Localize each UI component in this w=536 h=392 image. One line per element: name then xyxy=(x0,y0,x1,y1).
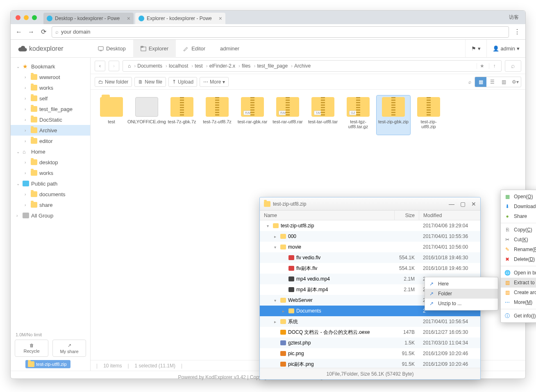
view-grid-button[interactable]: ▦ xyxy=(475,77,486,87)
sidebar-item-test_file_page[interactable]: ›test_file_page xyxy=(11,104,90,114)
browser-tab-1[interactable]: Explorer - kodexplorer - Powe× xyxy=(135,13,225,24)
preview-footer: 10File,7Folder, Size 56.1K (57492 Byte) xyxy=(260,368,480,379)
more-button[interactable]: ⋯More ▾ xyxy=(200,77,229,87)
crumb-Documents[interactable]: Documents xyxy=(134,63,166,69)
preview-row[interactable]: pic副本.png91.5K2016/12/09 10:20:46 xyxy=(260,359,480,368)
ctx-create-archive[interactable]: ▥Create archive ...(Z)▶ xyxy=(501,288,536,297)
sidebar-item-DocStatic[interactable]: ›DocStatic xyxy=(11,114,90,125)
flag-menu[interactable]: ⚑ ▾ xyxy=(465,40,486,58)
sidebar-item-editor[interactable]: ›editor xyxy=(11,136,90,146)
taskbar-item[interactable]: test-zip-utf8.zip xyxy=(25,360,70,368)
crumb-test_file_page[interactable]: test_file_page xyxy=(254,63,291,69)
ctx-more[interactable]: ⋯More(M)▶ xyxy=(501,297,536,307)
view-settings-button[interactable]: ⚙▾ xyxy=(509,77,521,87)
newfolder-button[interactable]: 🗀New folder xyxy=(95,77,132,87)
ctx-rename[interactable]: ✎Rename(R)F2 xyxy=(501,245,536,254)
forward-button[interactable]: → xyxy=(27,28,35,36)
crumb-localhost[interactable]: localhost xyxy=(166,63,191,69)
nav-back-button[interactable]: ‹ xyxy=(95,61,105,71)
sidebar-item-share[interactable]: ›share xyxy=(11,199,90,210)
crumb-elFinder-2.x[interactable]: elFinder-2.x xyxy=(206,63,238,69)
window-traffic-lights[interactable] xyxy=(16,15,37,20)
address-bar[interactable]: ⌕your domain xyxy=(52,26,509,38)
crumb-Archive[interactable]: Archive xyxy=(291,63,314,69)
sidebar-section-public[interactable]: ⌄Public path xyxy=(11,178,90,189)
file-item[interactable]: test-zip-utf8.zip xyxy=(412,95,445,135)
sidebar-item-documents[interactable]: ›documents xyxy=(11,189,90,199)
tab-adminer[interactable]: adminer xyxy=(213,40,247,58)
view-list-button[interactable]: ☰ xyxy=(486,77,498,87)
preview-columns[interactable]: Name Size Modified xyxy=(260,211,480,220)
file-item[interactable]: TARtest-tar-utf8.tar xyxy=(306,95,340,135)
view-columns-button[interactable]: ▥ xyxy=(498,77,509,87)
preview-row[interactable]: ▾movie2017/04/01 10:56:00 xyxy=(260,242,480,252)
maximize-button[interactable]: ▢ xyxy=(460,201,466,207)
ctx-extract-here[interactable]: ↗Here xyxy=(425,279,498,289)
ctx-cut[interactable]: ✂Cut(K)Ctrl+X xyxy=(501,235,536,245)
file-item[interactable]: test xyxy=(95,95,128,135)
minimize-button[interactable]: — xyxy=(449,201,454,207)
preview-row[interactable]: pic.png91.5K2016/12/09 10:20:46 xyxy=(260,348,480,359)
close-icon[interactable]: × xyxy=(219,15,222,22)
nav-forward-button[interactable]: › xyxy=(109,61,119,71)
preview-row[interactable]: ▾test-zip-utf8.zip2017/04/06 19:29:04 xyxy=(260,220,480,231)
ctx-extract-folder[interactable]: ↗Folder xyxy=(425,289,498,299)
ctx-open-browser[interactable]: 🌐Open in browser xyxy=(501,268,536,278)
preview-row[interactable]: flv副本.flv554.1K2016/10/18 19:46:30 xyxy=(260,263,480,274)
sidebar-item-desktop[interactable]: ›desktop xyxy=(11,157,90,168)
tab-desktop[interactable]: Desktop xyxy=(91,40,133,58)
ctx-download[interactable]: ⬇Download(X) xyxy=(501,202,536,211)
tab-editor[interactable]: Editor xyxy=(176,40,213,58)
user-menu[interactable]: 👤 admin ▾ xyxy=(486,40,525,58)
file-item[interactable]: ONLYOFFICE.dmg xyxy=(130,95,164,135)
ctx-getinfo[interactable]: ⓘGet info(I)Alt+I xyxy=(501,311,536,321)
sidebar-item-works[interactable]: ›works xyxy=(11,168,90,178)
myshare-button[interactable]: ↗My share xyxy=(52,340,86,357)
sidebar-section-allgroup[interactable]: ›All Group xyxy=(11,210,90,221)
preview-row[interactable]: ▸0002017/04/01 10:55:36 xyxy=(260,231,480,242)
sidebar-item-self[interactable]: ›self xyxy=(11,93,90,104)
sidebar-item-wwwroot[interactable]: ›wwwroot xyxy=(11,72,90,82)
ctx-share[interactable]: ●Share xyxy=(501,211,536,221)
preview-row[interactable]: flv vedio.flv554.1K2016/10/18 19:46:30 xyxy=(260,252,480,263)
file-item[interactable]: GZtest-tgz-utf8.tar.gz xyxy=(341,95,375,135)
browser-tab-0[interactable]: Desktop - kodexplorer - Powe× xyxy=(43,13,134,24)
recycle-button[interactable]: 🗑Recycle xyxy=(15,340,48,357)
fav-button[interactable]: ★ xyxy=(477,63,487,69)
preview-row[interactable]: gztest.php1.5K2017/03/10 11:04:34 xyxy=(260,338,480,348)
sidebar-section-bookmark[interactable]: ⌄★Bookmark xyxy=(11,61,90,72)
file-item[interactable]: RARtest-rar-utf8.rar xyxy=(271,95,304,135)
home-icon[interactable]: ⌂ xyxy=(125,63,134,69)
newfile-button[interactable]: 🗎New file xyxy=(134,77,166,87)
tab-explorer[interactable]: Explorer xyxy=(133,40,176,58)
find-button[interactable]: ⌕ xyxy=(465,77,475,87)
file-item[interactable]: RARtest-rar-gbk.rar xyxy=(236,95,269,135)
sidebar-item-works[interactable]: ›works xyxy=(11,82,90,93)
ctx-open[interactable]: ▦Open(O)Enter xyxy=(501,192,536,202)
sidebar-section-home[interactable]: ⌄⌂Home xyxy=(11,146,90,157)
browser-menu-button[interactable]: ⋮ xyxy=(513,28,521,36)
app-logo[interactable]: kodexplorer xyxy=(11,45,91,52)
preview-row[interactable]: DOCQ 文档云 - 会办公的文档云.oexe147B2016/12/27 16… xyxy=(260,327,480,338)
crumb-files[interactable]: files xyxy=(238,63,254,69)
file-item[interactable]: test-zip-gbk.zip xyxy=(377,95,410,135)
back-button[interactable]: ← xyxy=(15,28,23,36)
upload-button[interactable]: ⤒Upload xyxy=(168,77,197,87)
ctx-unzip-to[interactable]: ↗Unzip to ... xyxy=(425,299,498,308)
up-button[interactable]: ↑ xyxy=(489,63,500,69)
close-button[interactable]: ✕ xyxy=(471,201,476,207)
preview-titlebar[interactable]: test-zip-utf8.zip — ▢ ✕ xyxy=(260,197,480,211)
crumb-test[interactable]: test xyxy=(191,63,206,69)
preview-row[interactable]: ▸系统2017/04/01 10:56:54 xyxy=(260,316,480,327)
ctx-extract[interactable]: ▥Extract to ...(U)▶ xyxy=(501,278,536,288)
search-button[interactable]: ⌕ xyxy=(505,60,521,72)
ctx-delete[interactable]: ✖Delete(D)Del xyxy=(501,254,536,264)
file-item[interactable]: test-7z-utf8.7z xyxy=(200,95,234,135)
sidebar-item-Archive[interactable]: ›Archive xyxy=(11,125,90,136)
file-item[interactable]: test-7z-gbk.7z xyxy=(165,95,199,135)
close-icon[interactable]: × xyxy=(127,15,130,22)
reload-button[interactable]: ⟳ xyxy=(39,28,48,36)
ctx-copy[interactable]: ⎘Copy(C)Ctrl+C xyxy=(501,225,536,235)
icon-grid[interactable]: testONLYOFFICE.dmgtest-7z-gbk.7ztest-7z-… xyxy=(91,90,525,140)
breadcrumb[interactable]: ⌂ DocumentslocalhosttestelFinder-2.xfile… xyxy=(123,60,502,72)
